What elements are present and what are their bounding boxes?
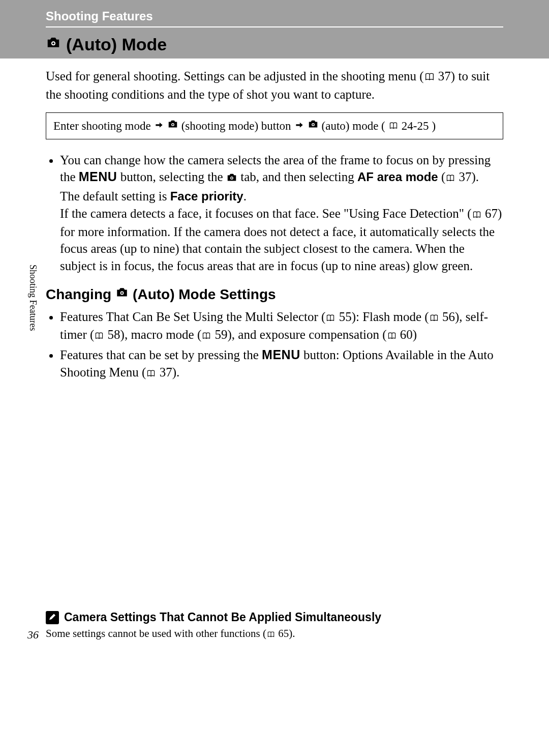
page-ref: 59	[211, 328, 227, 341]
page-ref: 56	[439, 310, 455, 324]
text: )	[432, 118, 436, 134]
pencil-icon	[46, 611, 59, 624]
list-item: You can change how the camera selects th…	[60, 152, 503, 275]
text: Camera Settings That Cannot Be Applied S…	[64, 610, 381, 624]
menu-label: MENU	[79, 169, 117, 184]
text: Some settings cannot be used with other …	[46, 627, 266, 639]
camera-icon	[46, 35, 61, 54]
page-ref: 37	[455, 170, 471, 184]
text: Features that can be set by pressing the	[60, 348, 262, 362]
text: button, selecting the	[117, 170, 226, 184]
book-icon	[445, 169, 455, 187]
text: (auto) mode (	[322, 118, 385, 134]
book-icon	[424, 69, 435, 86]
book-icon	[325, 309, 336, 327]
bold-text: AF area mode	[357, 170, 438, 184]
text: ).	[472, 170, 479, 184]
text: ), macro mode (	[120, 328, 202, 341]
book-icon	[94, 327, 104, 344]
footer-heading: Camera Settings That Cannot Be Applied S…	[46, 610, 503, 624]
breadcrumb: Shooting Features	[46, 9, 503, 27]
page-ref: 24-25	[402, 118, 429, 134]
page-title: (Auto) Mode	[46, 32, 503, 54]
list-item: Features that can be set by pressing the…	[60, 346, 503, 382]
content-area: Used for general shooting. Settings can …	[0, 59, 549, 382]
arrow-icon	[154, 118, 164, 134]
list-item: Features That Can Be Set Using the Multi…	[60, 308, 503, 345]
camera-icon	[115, 285, 129, 304]
book-icon	[429, 309, 439, 327]
arrow-icon	[294, 118, 304, 134]
camera-icon	[226, 170, 237, 188]
book-icon	[201, 327, 211, 344]
page-ref: 55	[336, 310, 351, 324]
navigation-path-box: Enter shooting mode (shooting mode) butt…	[46, 112, 503, 139]
footer-body: Some settings cannot be used with other …	[46, 627, 503, 641]
text: If the camera detects a face, it focuses…	[60, 207, 472, 220]
page-ref: 37	[156, 365, 172, 379]
book-icon	[472, 206, 482, 223]
text: tab, and then selecting	[237, 170, 357, 184]
header-band: Shooting Features (Auto) Mode	[0, 0, 549, 59]
text: Enter shooting mode	[53, 118, 151, 134]
side-section-label: Shooting Features	[27, 265, 38, 331]
text: (shooting mode) button	[181, 118, 291, 134]
intro-paragraph: Used for general shooting. Settings can …	[46, 68, 503, 103]
text: Features That Can Be Set Using the Multi…	[60, 310, 325, 324]
text: )	[413, 328, 417, 341]
title-text: (Auto) Mode	[66, 35, 167, 54]
menu-label: MENU	[262, 347, 300, 362]
page-ref: 60	[397, 328, 413, 341]
text: Changing	[46, 285, 111, 304]
text: The default setting is	[60, 189, 170, 203]
text: ).	[289, 627, 295, 639]
page-ref: 37	[435, 69, 451, 83]
page-number: 36	[27, 628, 39, 642]
subheading: Changing (Auto) Mode Settings	[46, 285, 503, 304]
bold-text: Face priority	[170, 189, 243, 203]
text: ), and exposure compensation (	[228, 328, 387, 341]
footer-note: Camera Settings That Cannot Be Applied S…	[46, 610, 503, 641]
camera-icon	[308, 118, 319, 134]
text: (Auto) Mode Settings	[133, 285, 276, 304]
text: ).	[172, 365, 180, 379]
text: (	[438, 170, 446, 184]
book-icon	[266, 628, 276, 641]
page-ref: 67	[482, 207, 498, 220]
text: .	[243, 189, 247, 203]
text: Used for general shooting. Settings can …	[46, 69, 424, 83]
book-icon	[387, 327, 397, 344]
page-ref: 65	[276, 627, 289, 639]
book-icon	[388, 118, 399, 134]
text: ): Flash mode (	[352, 310, 429, 324]
camera-icon	[167, 118, 178, 134]
page-ref: 58	[104, 328, 120, 341]
book-icon	[146, 365, 156, 382]
